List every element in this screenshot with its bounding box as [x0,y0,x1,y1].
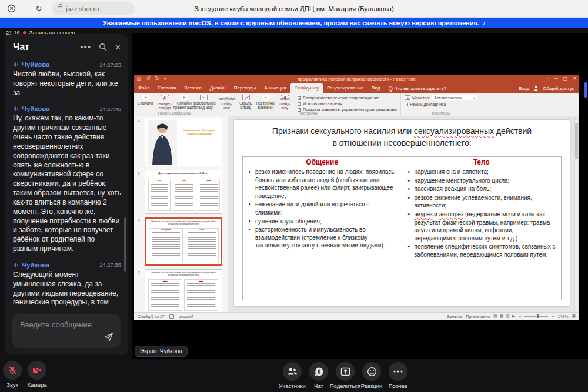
chat-scrollbar[interactable] [124,217,126,272]
restore-icon[interactable]: ▢ [563,76,568,81]
setup-slideshow-button[interactable]: Настройка слайд-шоу [218,94,235,110]
more-button[interactable]: Прочее [380,362,416,389]
ribbon-group-setup: Настройка слайд-шоу Скрыть слайд Настрой… [215,93,401,116]
ppt-quick-access-toolbar[interactable]: ▤ ↺ ↻ ▾ [137,76,168,81]
play-current-icon [161,95,169,96]
ribbon-group-monitors: Монитор: Автоматически▾ ✓ Режим докладчи… [401,93,481,116]
macos-update-banner[interactable]: Уважаемые пользователи macOS, в связи с … [0,18,588,28]
audio-message-icon [13,62,19,68]
tab-review[interactable]: Рецензирование [323,83,368,93]
fit-slide-icon[interactable]: ▣ [572,314,576,319]
bullet-item: резко изменилось поведение на людях: поя… [248,168,397,200]
tell-me-box[interactable]: Что вы хотите сделать? [385,83,450,93]
slide-scrollbar[interactable] [574,118,579,310]
chat-message-list[interactable]: Чуйкова 14:27:23 Чистой любви, высокой, … [13,61,121,308]
tab-view[interactable]: Вид [368,83,384,93]
play-from-start-icon [142,95,149,100]
chat-header: Чат ••• ✕ [13,40,121,54]
message-author: Чуйкова [22,105,50,112]
language-label[interactable]: русский [179,314,193,319]
close-icon[interactable]: ✕ [115,43,121,52]
message-text: Ну, скажем так, по каким-то другим причи… [13,114,121,253]
present-online-button[interactable]: Онлайн-презентация [175,94,193,110]
table-column-communication: Общение резко изменилось поведение на лю… [243,157,402,300]
ribbon-options-icon[interactable]: ▫ [547,76,549,81]
current-slide[interactable]: Признаки сексуального насилия или сексуа… [234,120,570,306]
hide-slide-button[interactable]: Скрыть слайд [237,94,255,110]
checkbox-icon [298,102,301,106]
audio-message-icon [13,106,19,112]
play-narrations-checkbox[interactable]: ✓Воспроизвести речевое сопровождение [298,96,397,100]
woman-photo [148,120,177,165]
from-current-slide-button[interactable]: С текущего слайда [156,94,173,110]
sign-in-link[interactable]: Вход [519,86,529,91]
tab-animations[interactable]: Анимация [260,83,290,93]
chat-input-box[interactable] [12,314,121,348]
page-scrollbar[interactable] [584,82,587,98]
chat-more-icon[interactable]: ••• [80,44,91,50]
tab-transitions[interactable]: Переходы [230,83,260,93]
slide-title: Признаки сексуального насилия или сексуа… [234,126,570,149]
tab-insert[interactable]: Вставка [180,83,206,93]
message-author: Чуйкова [22,61,50,68]
rehearse-timings-button[interactable]: Настройка времени [256,94,274,110]
timer-icon [262,95,269,100]
camera-button[interactable]: Камера [19,361,55,388]
message-time: 14:27:48 [99,106,121,112]
tab-slideshow[interactable]: Слайд-шоу [290,83,323,93]
monitor-select[interactable]: Автоматически▾ [432,95,477,100]
screen-share-area: ▤ ↺ ↻ ▾ профилактика половой неприкоснов… [132,33,588,359]
reading-view-icon[interactable]: ▥ [506,314,510,319]
comments-button[interactable]: Примечания [466,314,490,319]
slide-thumbnail-panel[interactable]: 4 Нормативный «Светофор» старшего подрос… [134,116,228,312]
browser-profile-icon[interactable]: Я [7,4,16,14]
presenter-view-checkbox[interactable]: ✓ Режим докладчика [405,102,477,106]
bullet-item: сужение круга общения; [248,217,397,226]
zoom-out-icon[interactable]: − [519,314,521,319]
bullet-item: нарушения сна и аппетита; [407,168,557,176]
zoom-in-icon[interactable]: + [552,314,554,319]
close-window-icon[interactable]: ✕ [573,76,577,81]
zoom-slider[interactable] [524,316,548,317]
zoom-level[interactable]: 149% [557,314,568,319]
search-icon[interactable] [99,43,107,51]
from-beginning-button[interactable]: С начала [136,94,154,110]
chat-message: Чуйкова 14:27:56 Следующий момент умышле… [13,262,121,308]
bullet-item: энурез и энкопрез (недержание мочи и кал… [407,210,557,242]
notes-button[interactable]: Заметки [447,314,463,319]
slide-thumbnail-5[interactable]: Дети старшего школьного возраста 13-18 л… [145,170,222,214]
message-text: Чистой любви, высокой, как говорят некот… [13,70,121,98]
svg-text:Я: Я [10,6,14,11]
share-link[interactable]: Общий доступ [543,86,574,91]
camera-label: Камера [19,381,55,388]
record-slideshow-button[interactable]: Запись слайд-шоу [276,94,293,110]
slide-sorter-icon[interactable]: ▦ [500,314,504,319]
address-bar[interactable]: jazz.sber.ru [52,2,135,15]
chevron-right-icon[interactable]: › [483,19,485,27]
message-author: Чуйкова [22,262,50,269]
custom-slideshow-button[interactable]: Произвольное слайд-шоу [195,94,212,110]
ribbon-group-start-slideshow: С начала С текущего слайда Онлайн-презен… [134,93,215,116]
chat-title: Чат [13,42,29,52]
slide-thumbnail-4[interactable]: Нормативный «Светофор» старшего подростк… [145,118,222,166]
slide-thumbnail-7[interactable]: Признаки сексуального насилия или сексуа… [145,269,222,312]
chat-panel: Чат ••• ✕ Чуйкова 14:27:23 Чистой любви,… [5,34,128,355]
slide-thumbnail-6-selected[interactable]: Признаки сексуального насилия или сексуа… [145,217,222,266]
slideshow-view-icon[interactable]: ▶ [512,314,515,319]
slide-number: 6 [138,219,140,223]
use-timings-checkbox[interactable]: Использовать время [298,102,397,106]
send-icon[interactable] [103,331,114,342]
online-presentation-icon [181,95,188,100]
checkbox-checked-icon: ✓ [298,96,301,100]
screen-share-label: Экран: Чуйкова [135,346,188,357]
tab-design[interactable]: Дизайн [206,83,230,93]
tab-home[interactable]: Главная [154,83,180,93]
tab-file[interactable]: Файл [134,83,154,93]
bullet-item: пассивная реакция на боль; [407,185,557,193]
normal-view-icon[interactable]: ▤ [493,314,497,319]
record-icon [281,95,289,96]
spellcheck-icon[interactable] [169,314,174,319]
reload-icon[interactable]: ↻ [34,4,44,14]
minimize-icon[interactable]: ─ [554,76,558,81]
message-input[interactable] [20,317,103,331]
